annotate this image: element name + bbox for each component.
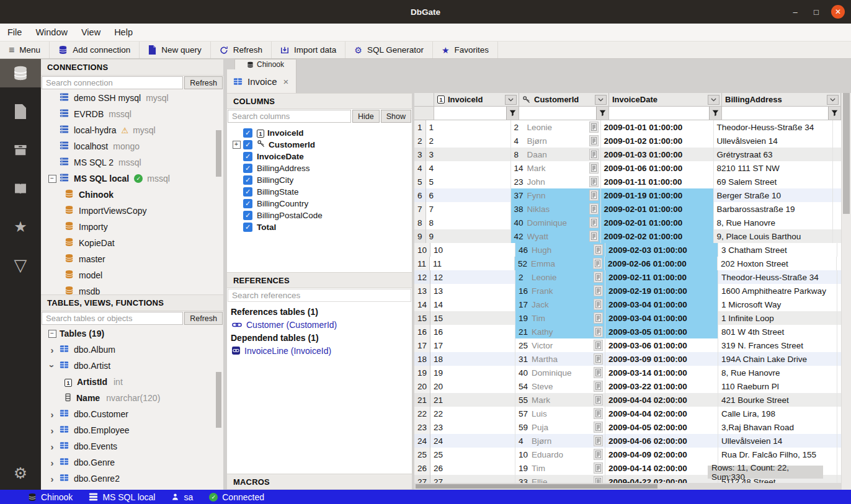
row-number-cell[interactable]: 17	[414, 338, 430, 352]
maximize-button[interactable]: □	[810, 7, 822, 17]
column-item-total[interactable]: ✓ Total	[227, 221, 412, 233]
toolbar-add-connection[interactable]: Add connection	[50, 42, 140, 58]
cell-invoice-date[interactable]: 2009-03-22 01:00:00	[605, 379, 718, 393]
open-reference-document-icon[interactable]	[594, 340, 603, 351]
cell-billing-address[interactable]: Ullevålsveien 14	[714, 134, 833, 148]
open-reference-document-icon[interactable]	[594, 367, 603, 378]
checkbox-checked-icon[interactable]: ✓	[243, 128, 252, 138]
cell-invoice-id[interactable]: 13	[430, 284, 515, 298]
connection-item-evrdb[interactable]: EVRDB mssql	[41, 106, 223, 122]
cell-customer-id[interactable]: 25Victor	[515, 338, 605, 352]
cell-billing-address[interactable]: 1600 Amphitheatre Parkway	[718, 284, 837, 298]
connection-item-chinook[interactable]: Chinook	[41, 187, 223, 203]
cell-customer-id[interactable]: 14Mark	[511, 161, 601, 175]
cell-customer-id[interactable]: 31Martha	[515, 352, 605, 366]
row-number-cell[interactable]: 15	[414, 311, 430, 325]
open-reference-document-icon[interactable]	[594, 326, 603, 337]
filter-input-invoicedate[interactable]	[609, 107, 709, 120]
open-reference-document-icon[interactable]	[589, 203, 599, 214]
open-reference-document-icon[interactable]	[589, 176, 599, 187]
row-number-cell[interactable]: 20	[414, 379, 430, 393]
checkbox-checked-icon[interactable]: ✓	[243, 187, 252, 197]
cell-invoice-date[interactable]: 2009-03-14 01:00:00	[605, 366, 718, 379]
grid-column-header-customerid[interactable]: CustomerId	[519, 93, 609, 107]
cell-billing-address[interactable]: 1 Microsoft Way	[718, 298, 837, 311]
cell-invoice-date[interactable]: 2009-04-04 02:00:00	[605, 393, 718, 407]
cell-invoice-date[interactable]: 2009-03-04 01:00:00	[605, 298, 718, 311]
rail-item-gear[interactable]: ⚙	[14, 464, 27, 482]
chevron-right-icon[interactable]: ›	[51, 458, 54, 468]
tree-item-dbo-artist[interactable]: › dbo.Artist	[41, 358, 223, 374]
column-dropdown-button[interactable]	[505, 95, 517, 105]
row-number-cell[interactable]: 9	[414, 229, 426, 243]
rail-item-star[interactable]: ★	[0, 213, 41, 241]
cell-customer-id[interactable]: 4Bjørn	[511, 134, 601, 148]
cell-customer-id[interactable]: 10Eduardo	[515, 448, 605, 461]
grid-column-header-invoiceid[interactable]: 1InvoiceId	[434, 93, 519, 107]
row-number-cell[interactable]: 7	[414, 202, 426, 216]
cell-invoice-date[interactable]: 2009-02-11 01:00:00	[605, 270, 718, 284]
open-reference-document-icon[interactable]	[593, 258, 602, 269]
cell-invoice-id[interactable]: 22	[430, 407, 515, 420]
connection-item-local-hydra[interactable]: local-hydra ⚠ mysql	[41, 122, 223, 138]
tables-scrollbar[interactable]	[216, 372, 221, 428]
chevron-right-icon[interactable]: ›	[51, 474, 54, 484]
checkbox-checked-icon[interactable]: ✓	[243, 211, 252, 220]
grid-vertical-scrollbar[interactable]	[841, 93, 851, 490]
close-button[interactable]: ✕	[831, 5, 845, 19]
cell-customer-id[interactable]: 55Mark	[515, 393, 605, 407]
row-number-cell[interactable]: 5	[414, 175, 426, 188]
cell-billing-address[interactable]: Berger Straße 10	[714, 188, 833, 202]
cell-billing-address[interactable]: Barbarossastraße 19	[714, 202, 833, 216]
cell-customer-id[interactable]: 19Tim	[515, 461, 605, 475]
row-number-cell[interactable]: 13	[414, 284, 430, 298]
cell-customer-id[interactable]: 16Frank	[515, 284, 605, 298]
checkbox-checked-icon[interactable]: ✓	[243, 223, 252, 232]
status-connected[interactable]: ✓Connected	[209, 492, 264, 502]
row-number-cell[interactable]: 1	[414, 120, 426, 134]
row-number-cell[interactable]: 14	[414, 298, 430, 311]
cell-invoice-id[interactable]: 8	[426, 216, 511, 229]
cell-billing-address[interactable]: 194A Chain Lake Drive	[718, 352, 837, 366]
toolbar-new-query[interactable]: New query	[140, 42, 211, 58]
collapse-expander-icon[interactable]: −	[48, 175, 56, 183]
tree-item-name[interactable]: Name nvarchar(120)	[41, 390, 223, 406]
chevron-right-icon[interactable]: ›	[51, 409, 54, 420]
row-number-cell[interactable]: 19	[414, 366, 430, 379]
cell-invoice-id[interactable]: 5	[426, 175, 511, 188]
search-connection-input[interactable]	[42, 76, 183, 89]
open-reference-document-icon[interactable]	[589, 122, 599, 133]
connection-item-msdb[interactable]: msdb	[41, 283, 223, 294]
cell-invoice-date[interactable]: 2009-02-02 01:00:00	[601, 229, 714, 243]
open-reference-document-icon[interactable]	[594, 422, 603, 433]
cell-invoice-date[interactable]: 2009-03-06 01:00:00	[605, 338, 718, 352]
search-references-input[interactable]	[228, 289, 411, 302]
column-item-billingaddress[interactable]: ✓ BillingAddress	[227, 162, 412, 174]
row-number-cell[interactable]: 11	[414, 257, 430, 270]
row-number-cell[interactable]: 21	[414, 393, 430, 407]
cell-customer-id[interactable]: 19Tim	[515, 311, 605, 325]
cell-billing-address[interactable]: 8210 111 ST NW	[714, 161, 833, 175]
cell-invoice-id[interactable]: 11	[430, 257, 515, 270]
row-number-cell[interactable]: 25	[414, 448, 430, 461]
cell-invoice-id[interactable]: 24	[430, 434, 515, 448]
row-number-cell[interactable]: 6	[414, 188, 426, 202]
toolbar-menu[interactable]: ≡Menu	[0, 42, 50, 58]
rail-item-book[interactable]	[0, 174, 41, 203]
cell-billing-address[interactable]: Rua Dr. Falcão Filho, 155	[718, 448, 837, 461]
cell-customer-id[interactable]: 42Wyatt	[511, 229, 601, 243]
checkbox-checked-icon[interactable]: ✓	[243, 199, 252, 208]
filter-input-billingaddress[interactable]	[722, 107, 828, 120]
cell-invoice-date[interactable]: 2009-02-19 01:00:00	[605, 284, 718, 298]
tree-item-dbo-genre[interactable]: › dbo.Genre	[41, 454, 223, 471]
cell-invoice-date[interactable]: 2009-01-02 01:00:00	[601, 134, 714, 148]
cell-invoice-date[interactable]: 2009-04-04 02:00:00	[605, 407, 718, 420]
open-reference-document-icon[interactable]	[594, 435, 603, 446]
reference-link-invoiceline-invoiceid[interactable]: InvoiceLine (InvoiceId)	[231, 344, 412, 357]
cell-invoice-date[interactable]: 2009-04-06 02:00:00	[605, 434, 718, 448]
cell-invoice-id[interactable]: 25	[430, 448, 515, 461]
rail-item-file[interactable]	[0, 97, 41, 126]
column-item-invoicedate[interactable]: ✓ InvoiceDate	[227, 151, 412, 162]
checkbox-checked-icon[interactable]: ✓	[243, 175, 252, 185]
connection-item-kopiedat[interactable]: KopieDat	[41, 235, 223, 251]
